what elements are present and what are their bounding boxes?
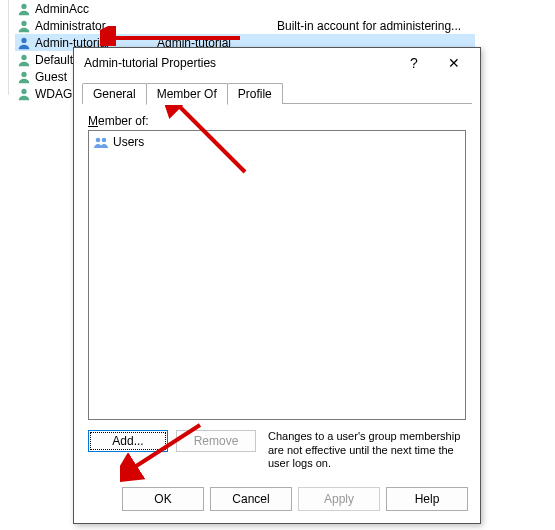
tab-general[interactable]: General — [82, 83, 147, 104]
tree-guide-line — [8, 0, 9, 95]
dialog-button-row: OK Cancel Apply Help — [74, 477, 480, 523]
group-item[interactable]: Users — [91, 133, 463, 151]
listbox-buttons-row: Add... Remove Changes to a user's group … — [88, 420, 466, 471]
question-icon: ? — [410, 55, 418, 71]
svg-point-5 — [21, 88, 26, 93]
svg-point-3 — [21, 54, 26, 59]
close-button[interactable]: ✕ — [434, 49, 474, 77]
group-name: Users — [113, 135, 144, 149]
cancel-button[interactable]: Cancel — [210, 487, 292, 511]
user-name: AdminAcc — [35, 2, 89, 16]
user-row[interactable]: Administrator Built-in account for admin… — [15, 17, 475, 34]
remove-button: Remove — [176, 430, 256, 452]
membership-hint: Changes to a user's group membership are… — [264, 430, 466, 471]
user-icon — [17, 87, 31, 101]
svg-point-4 — [21, 71, 26, 76]
close-icon: ✕ — [448, 55, 460, 71]
svg-point-2 — [21, 37, 26, 42]
dialog-title: Admin-tutorial Properties — [84, 56, 394, 70]
svg-point-1 — [21, 20, 26, 25]
user-icon — [17, 36, 31, 50]
user-icon — [17, 70, 31, 84]
user-icon — [17, 53, 31, 67]
tab-body: Member of: Users Add... Remove Changes t… — [74, 104, 480, 477]
user-desc: Built-in account for administering... — [277, 19, 475, 33]
tab-strip: General Member Of Profile — [74, 78, 480, 104]
user-row[interactable]: AdminAcc — [15, 0, 475, 17]
user-icon — [17, 19, 31, 33]
user-icon — [17, 2, 31, 16]
apply-button: Apply — [298, 487, 380, 511]
groups-listbox[interactable]: Users — [88, 130, 466, 420]
properties-dialog: Admin-tutorial Properties ? ✕ General Me… — [73, 47, 481, 524]
add-button[interactable]: Add... — [88, 430, 168, 452]
group-icon — [93, 134, 109, 150]
svg-point-0 — [21, 3, 26, 8]
user-name: Guest — [35, 70, 67, 84]
titlebar[interactable]: Admin-tutorial Properties ? ✕ — [74, 48, 480, 78]
ok-button[interactable]: OK — [122, 487, 204, 511]
tab-member-of[interactable]: Member Of — [146, 83, 228, 105]
tab-profile[interactable]: Profile — [227, 83, 283, 104]
svg-point-6 — [96, 138, 101, 143]
member-of-label: Member of: — [88, 114, 466, 128]
user-name: Administrator — [35, 19, 106, 33]
help-button[interactable]: Help — [386, 487, 468, 511]
help-button[interactable]: ? — [394, 49, 434, 77]
svg-point-7 — [102, 138, 107, 143]
